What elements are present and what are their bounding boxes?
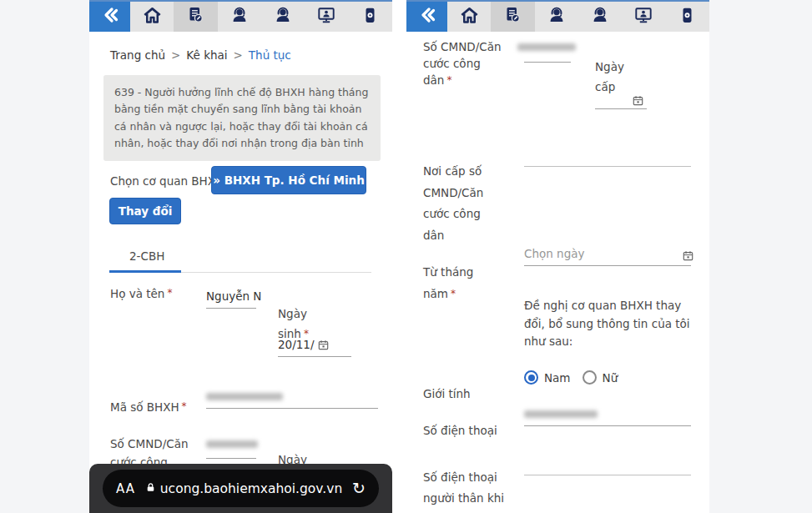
nav-home[interactable]	[447, 2, 491, 32]
nav-declaration[interactable]	[491, 2, 534, 32]
radio-nu-label: Nữ	[603, 371, 618, 385]
back-button[interactable]	[89, 2, 130, 32]
breadcrumb-thutuc[interactable]: Thủ tục	[249, 48, 291, 62]
cmnd-underline	[524, 62, 571, 63]
double-chevron-left-icon	[100, 5, 120, 28]
nav-icon-bar	[447, 2, 709, 32]
redacted-phone-value[interactable]	[524, 410, 598, 418]
fullname-label: Họ và tên*	[110, 287, 172, 300]
calendar-icon[interactable]	[633, 93, 643, 109]
gender-label: Giới tính	[423, 387, 471, 400]
tab-2cbh[interactable]: 2-CBH	[129, 249, 164, 263]
gender-radio-group: Nam Nữ	[524, 370, 629, 385]
nav-support-2[interactable]	[578, 2, 622, 32]
from-month-underline	[524, 265, 691, 266]
breadcrumb-separator: >	[234, 48, 243, 62]
declaration-form-icon	[185, 5, 205, 28]
reload-icon[interactable]: ↻	[352, 480, 366, 496]
nav-device[interactable]	[666, 2, 709, 32]
url-field[interactable]: ucong.baohiemxahoi.gov.vn	[135, 481, 352, 496]
mobile-device-icon	[678, 6, 697, 28]
radio-nu[interactable]	[583, 370, 597, 385]
relative-phone-underline[interactable]	[524, 475, 691, 475]
support-agent-icon	[229, 5, 250, 28]
kiosk-monitor-icon	[316, 5, 336, 28]
request-text: Đề nghị cơ quan BHXH thay đổi, bổ sung t…	[524, 297, 704, 351]
dob-input[interactable]: 20/11/	[278, 338, 329, 353]
fullname-underline	[206, 308, 256, 309]
issue-place-underline[interactable]	[524, 166, 691, 167]
fullname-input[interactable]: Nguyễn N	[206, 289, 261, 303]
top-navbar	[89, 0, 392, 32]
mobile-device-icon	[361, 6, 380, 28]
home-icon	[142, 5, 163, 29]
calendar-icon[interactable]	[683, 249, 693, 264]
phone-label: Số điện thoại	[423, 424, 497, 437]
required-mark: *	[451, 288, 456, 299]
double-chevron-left-icon	[417, 5, 437, 28]
kiosk-monitor-icon	[633, 5, 653, 28]
required-mark: *	[446, 74, 451, 86]
bhxh-underline	[206, 408, 378, 409]
background-right	[709, 0, 812, 513]
support-agent-icon	[273, 5, 293, 28]
address-bar[interactable]: AA ucong.baohiemxahoi.gov.vn ↻	[103, 470, 379, 507]
breadcrumb: Trang chủ>Kê khai>Thủ tục	[110, 48, 291, 62]
radio-nam-label: Nam	[544, 371, 571, 385]
required-mark: *	[167, 287, 172, 299]
nav-support-2[interactable]	[261, 2, 305, 32]
agency-button[interactable]: » BHXH Tp. Hồ Chí Minh	[211, 166, 366, 194]
radio-nam[interactable]	[524, 370, 538, 385]
text-size-button[interactable]: AA	[116, 481, 135, 496]
relative-phone-label: Số điện thoại người thân khi	[423, 467, 504, 509]
issue-date-underline	[595, 108, 647, 109]
phone-underline	[524, 425, 691, 426]
bhxh-code-label: Mã số BHXH*	[110, 400, 187, 414]
redacted-cmnd-value[interactable]	[206, 440, 258, 448]
required-mark: *	[182, 400, 187, 412]
browser-bottom-bar: AA ucong.baohiemxahoi.gov.vn ↻	[89, 464, 392, 513]
nav-support-1[interactable]	[535, 2, 578, 32]
issue-date-label: Ngày cấp	[595, 57, 624, 97]
lock-icon	[145, 481, 156, 496]
home-icon	[459, 5, 480, 29]
screenshot-stage: Trang chủ>Kê khai>Thủ tục 639 - Người hư…	[0, 0, 812, 513]
change-button[interactable]: Thay đổi	[109, 198, 181, 224]
redacted-bhxh-value[interactable]	[206, 393, 283, 400]
nav-device[interactable]	[349, 2, 392, 32]
background-left	[0, 0, 89, 513]
top-navbar	[406, 0, 709, 32]
cmnd-underline	[206, 458, 256, 459]
left-screen: Trang chủ>Kê khai>Thủ tục 639 - Người hư…	[89, 0, 392, 513]
declaration-form-icon	[502, 5, 522, 28]
from-month-label: Từ tháng năm*	[423, 261, 473, 304]
nav-support-1[interactable]	[218, 2, 261, 32]
breadcrumb-separator: >	[171, 48, 180, 62]
right-screen: Số CMND/Căn cước công dân* Ngày cấp Nơi …	[406, 0, 709, 513]
redacted-cmnd-value[interactable]	[517, 43, 576, 51]
from-month-input[interactable]: Chọn ngày	[524, 247, 584, 260]
tab-active-indicator	[109, 270, 181, 273]
breadcrumb-home[interactable]: Trang chủ	[110, 48, 165, 62]
cmnd-label: Số CMND/Căn cước công dân*	[423, 38, 502, 88]
nav-icon-bar	[130, 2, 392, 32]
nav-kiosk[interactable]	[622, 2, 665, 32]
nav-declaration[interactable]	[174, 2, 217, 32]
agency-label: Chọn cơ quan BHXH:	[110, 174, 228, 188]
nav-kiosk[interactable]	[305, 2, 348, 32]
procedure-description-box: 639 - Người hưởng lĩnh chế độ BHXH hàng …	[103, 75, 381, 161]
breadcrumb-kekhai[interactable]: Kê khai	[186, 48, 227, 62]
nav-home[interactable]	[130, 2, 174, 32]
support-agent-icon	[590, 5, 610, 28]
support-agent-icon	[547, 5, 567, 28]
issue-place-label: Nơi cấp số CMND/Căn cước công dân	[423, 161, 483, 246]
back-button[interactable]	[406, 2, 447, 32]
dob-underline	[278, 356, 351, 357]
calendar-icon[interactable]	[318, 339, 329, 353]
